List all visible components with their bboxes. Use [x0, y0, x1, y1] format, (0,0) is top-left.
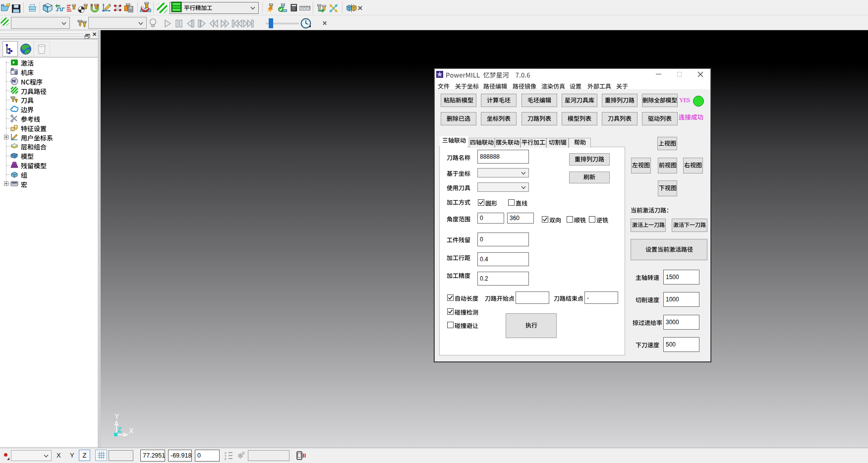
svg-text:Z: Z [225, 458, 227, 460]
svg-text:X: X [129, 427, 134, 435]
svg-text:Z: Z [117, 426, 121, 433]
svg-text:Y: Y [115, 412, 119, 420]
